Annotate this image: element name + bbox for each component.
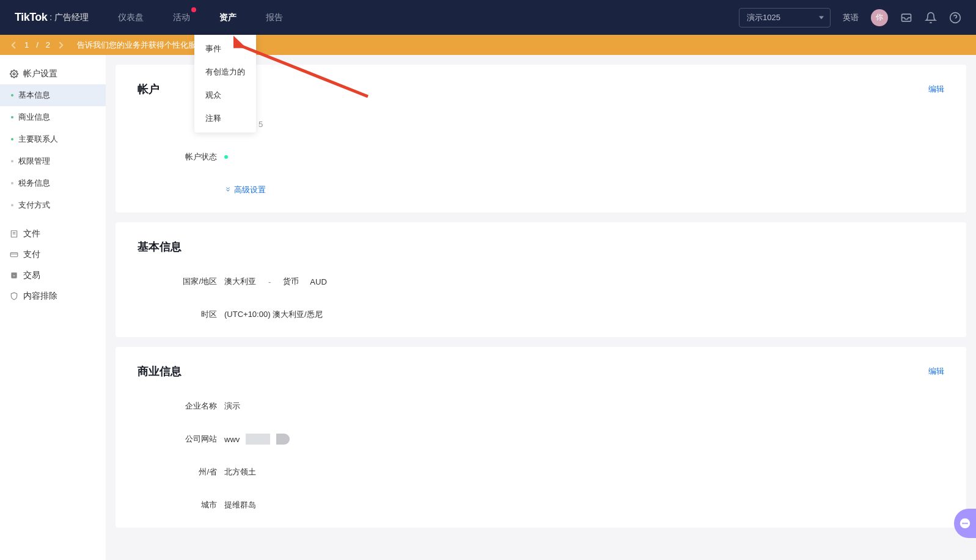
svg-point-15: [966, 523, 968, 525]
sidebar: 帐户设置 基本信息 商业信息 主要联系人 权限管理 税务信息 支付方式 文件 支…: [0, 55, 106, 560]
pager-sep: /: [36, 40, 39, 49]
sidebar-item-label: 基本信息: [18, 90, 50, 101]
label-state: 州/省: [138, 467, 217, 478]
nav-assets[interactable]: 资产: [219, 0, 237, 35]
sidebar-item-contact[interactable]: 主要联系人: [0, 128, 106, 150]
label-company: 企业名称: [138, 401, 217, 412]
dropdown-item-note[interactable]: 注释: [194, 107, 256, 130]
nav-right: 演示1025 英语 你: [739, 8, 961, 27]
sidebar-item-tax[interactable]: 税务信息: [0, 172, 106, 194]
card-title-business: 商业信息: [138, 364, 182, 379]
value-country: 澳大利亚 - 货币 AUD: [224, 276, 327, 287]
logo[interactable]: TikTok : 广告经理: [15, 11, 89, 24]
redacted-box: [246, 434, 270, 445]
card-icon: [10, 250, 18, 259]
nav-items: 仪表盘 活动 资产 报告: [118, 0, 739, 35]
advanced-settings-link[interactable]: 高级设置: [224, 184, 266, 195]
svg-rect-8: [10, 253, 18, 257]
shield-icon: [10, 292, 18, 300]
label-currency: 货币: [283, 276, 299, 287]
sidebar-item-trans[interactable]: + 交易: [0, 265, 106, 286]
sidebar-item-label: 权限管理: [18, 156, 50, 167]
sidebar-item-label: 支付方式: [18, 200, 50, 211]
advanced-link-label: 高级设置: [234, 184, 266, 195]
sidebar-item-permission[interactable]: 权限管理: [0, 150, 106, 172]
label-city: 城市: [138, 500, 217, 511]
transaction-icon: +: [10, 271, 18, 280]
sidebar-item-pay[interactable]: 支付: [0, 244, 106, 265]
value-status: [224, 155, 232, 159]
svg-point-4: [13, 73, 15, 75]
assets-dropdown: 事件 有创造力的 观众 注释: [194, 35, 256, 133]
value-city: 提维群岛: [224, 500, 256, 511]
pager-total: 2: [46, 40, 50, 49]
bell-icon[interactable]: [925, 12, 937, 24]
label-country: 国家/地区: [138, 276, 217, 287]
svg-point-13: [962, 523, 964, 525]
sidebar-item-label: 主要联系人: [18, 134, 58, 145]
country-text: 澳大利亚: [224, 276, 256, 287]
edit-button-account[interactable]: 编辑: [928, 84, 944, 95]
value-company: 演示: [224, 401, 240, 412]
currency-text: AUD: [310, 277, 326, 286]
value-website: wwv: [224, 434, 290, 445]
card-title-basic: 基本信息: [138, 239, 182, 254]
file-icon: [10, 230, 18, 238]
label-website: 公司网站: [138, 434, 217, 445]
status-dot-icon: [224, 155, 228, 159]
pager-next-icon[interactable]: [56, 42, 63, 48]
nav-label: 仪表盘: [118, 12, 144, 23]
chevron-down-double-icon: [224, 186, 232, 195]
website-text: wwv: [224, 435, 240, 444]
value-timezone: (UTC+10:00) 澳大利亚/悉尼: [224, 309, 323, 320]
notification-bar: 1 / 2 告诉我们您的业务并获得个性化服务。 现在: [0, 35, 976, 55]
gear-icon: [10, 70, 18, 78]
account-selector[interactable]: 演示1025: [739, 8, 831, 27]
value-state: 北方领土: [224, 467, 256, 478]
dropdown-item-creative[interactable]: 有创造力的: [194, 60, 256, 84]
nav-campaign[interactable]: 活动: [173, 0, 190, 35]
inbox-icon[interactable]: [900, 12, 912, 24]
card-title-account: 帐户: [138, 82, 160, 96]
edit-button-business[interactable]: 编辑: [928, 366, 944, 377]
nav-report[interactable]: 报告: [266, 0, 283, 35]
nav-label: 活动: [173, 12, 190, 23]
sidebar-item-file[interactable]: 文件: [0, 224, 106, 244]
account-selector-label: 演示1025: [747, 13, 780, 22]
sidebar-title-account[interactable]: 帐户设置: [0, 64, 106, 84]
sidebar-item-business[interactable]: 商业信息: [0, 106, 106, 128]
sidebar-item-label: 内容排除: [23, 291, 57, 302]
logo-sub: : 广告经理: [50, 12, 89, 23]
nav-dashboard[interactable]: 仪表盘: [118, 0, 144, 35]
help-icon[interactable]: [949, 12, 961, 24]
language-selector[interactable]: 英语: [843, 12, 859, 23]
badge-icon: [191, 7, 196, 12]
sidebar-title-label: 帐户设置: [23, 68, 57, 79]
label-status: 帐户状态: [138, 151, 217, 162]
chat-icon: [958, 517, 972, 530]
avatar-text: 你: [876, 12, 883, 23]
layout: 帐户设置 基本信息 商业信息 主要联系人 权限管理 税务信息 支付方式 文件 支…: [0, 55, 976, 560]
card-business: 商业信息 编辑 企业名称 演示 公司网站 wwv 州/省 北方领土 城市: [116, 347, 966, 528]
sidebar-item-basic[interactable]: 基本信息: [0, 84, 106, 106]
svg-text:+: +: [13, 274, 15, 277]
dropdown-item-event[interactable]: 事件: [194, 37, 256, 60]
avatar[interactable]: 你: [871, 9, 888, 26]
top-nav: TikTok : 广告经理 仪表盘 活动 资产 报告 演示1025 英语 你 事…: [0, 0, 976, 35]
sidebar-item-label: 交易: [23, 270, 40, 281]
value-username: 5: [259, 120, 263, 129]
sidebar-item-exclude[interactable]: 内容排除: [0, 286, 106, 307]
label-timezone: 时区: [138, 309, 217, 320]
sidebar-item-label: 文件: [23, 228, 40, 239]
sidebar-item-label: 支付: [23, 249, 40, 260]
pager-prev-icon[interactable]: [11, 42, 18, 48]
svg-point-14: [964, 523, 966, 525]
pager-current: 1: [24, 40, 29, 49]
sidebar-item-payment[interactable]: 支付方式: [0, 194, 106, 216]
separator: -: [268, 277, 271, 286]
notif-text: 告诉我们您的业务并获得个性化服务。: [77, 40, 212, 51]
redacted-box-round: [276, 434, 290, 445]
logo-text: TikTok: [15, 11, 47, 24]
dropdown-item-audience[interactable]: 观众: [194, 84, 256, 107]
nav-label: 报告: [266, 12, 283, 23]
